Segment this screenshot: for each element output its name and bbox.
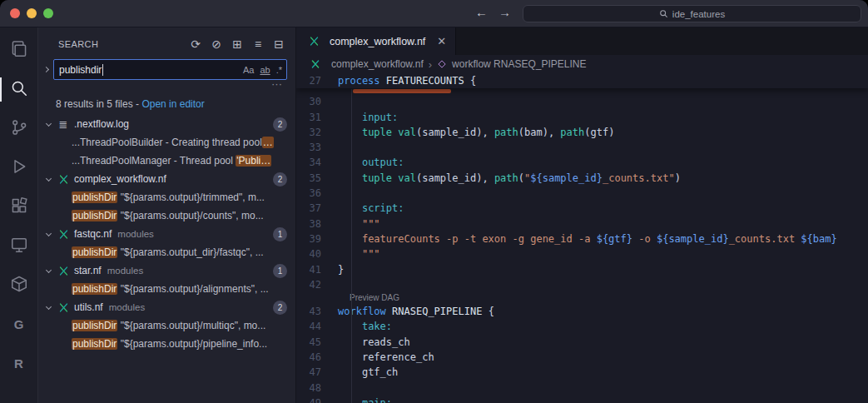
chevron-down-icon[interactable] <box>46 266 52 272</box>
line-number[interactable]: 37 <box>296 201 333 216</box>
line-number[interactable]: 43 <box>296 304 333 319</box>
token: (bam), <box>518 127 561 138</box>
file-row[interactable]: fastqc.nfmodules1 <box>38 225 295 243</box>
zoom-window-button[interactable] <box>43 8 53 18</box>
line-number[interactable]: 48 <box>296 381 333 396</box>
activity-bar-item-run-debug[interactable] <box>0 148 37 187</box>
line-number[interactable]: 40 <box>296 246 333 261</box>
chevron-down-icon[interactable] <box>46 230 52 236</box>
search-match-row[interactable]: ...ThreadPoolManager - Thread pool 'Publ… <box>38 152 295 170</box>
activity-bar-item-explorer[interactable] <box>0 31 37 70</box>
open-new-search-editor-button[interactable]: ⊞ <box>231 37 244 51</box>
toggle-search-details-button[interactable]: ··· <box>271 80 282 91</box>
token: ${sample_id} <box>657 233 729 245</box>
search-match-row[interactable]: publishDir "${params.output}/alignments"… <box>38 280 295 298</box>
line-number[interactable]: 44 <box>296 319 333 334</box>
clear-search-results-button[interactable]: ⊘ <box>210 37 223 51</box>
open-in-editor-link[interactable]: Open in editor <box>141 98 204 110</box>
file-row[interactable]: utils.nfmodules2 <box>38 298 295 316</box>
line-number[interactable]: 39 <box>296 231 333 246</box>
code-line[interactable]: 38 """ <box>296 216 868 231</box>
activity-bar-item-remote-explorer[interactable] <box>0 226 37 266</box>
code-line[interactable]: 30 <box>296 94 868 109</box>
search-match-row[interactable]: publishDir "${params.output}/pipeline_in… <box>38 335 295 353</box>
code-line[interactable]: 46 reference_ch <box>296 350 868 365</box>
line-number[interactable]: 33 <box>296 140 333 155</box>
codelens-preview-dag[interactable]: Preview DAG <box>296 292 868 304</box>
line-number[interactable]: 46 <box>296 350 333 365</box>
code-line[interactable]: 45 reads_ch <box>296 335 868 350</box>
match-whole-word-toggle[interactable]: ab <box>260 65 270 75</box>
sticky-scroll-line[interactable]: 27process FEATURECOUNTS { <box>296 73 868 88</box>
code-line[interactable]: 42 <box>296 277 868 292</box>
line-number[interactable]: 42 <box>296 277 333 292</box>
code-line[interactable]: 37 script: <box>296 201 868 216</box>
code-line[interactable]: 41} <box>296 262 868 277</box>
search-input[interactable]: publishdir Aaab.* <box>53 59 287 80</box>
code-line[interactable]: 27process FEATURECOUNTS { <box>296 73 868 88</box>
search-match-row[interactable]: publishDir "${params.output}/trimmed", m… <box>38 188 295 206</box>
file-row[interactable]: ≣.nextflow.log2 <box>38 115 295 133</box>
close-window-button[interactable] <box>10 8 20 18</box>
toggle-replace-chevron-icon[interactable] <box>43 67 49 72</box>
chevron-down-icon[interactable] <box>46 175 52 181</box>
back-icon[interactable]: ← <box>475 5 488 19</box>
search-match-row[interactable]: ...ThreadPoolBuilder - Creating thread p… <box>38 133 295 152</box>
line-number[interactable]: 49 <box>296 396 333 403</box>
line-number[interactable]: 47 <box>296 365 333 380</box>
editor-area: complex_workflow.nf ✕ complex_workflow.n… <box>296 27 868 403</box>
code-line[interactable]: 36 <box>296 186 868 201</box>
refresh-button[interactable]: ⟳ <box>189 37 202 51</box>
command-center-search[interactable]: ide_features <box>523 5 861 22</box>
line-number[interactable]: 31 <box>296 110 333 125</box>
code-editor[interactable]: 27process FEATURECOUNTS { 3031 input:32 … <box>296 73 868 403</box>
code-line[interactable]: 47 gtf_ch <box>296 365 868 380</box>
indent-guide <box>351 89 352 403</box>
match-case-toggle[interactable]: Aa <box>243 65 254 75</box>
line-number[interactable]: 36 <box>296 186 333 201</box>
line-number[interactable]: 41 <box>296 262 333 277</box>
chevron-down-icon[interactable] <box>46 120 52 126</box>
code-line[interactable]: 48 <box>296 381 868 396</box>
code-line[interactable]: 34 output: <box>296 155 868 170</box>
code-line[interactable]: 49 main: <box>296 396 868 403</box>
line-number[interactable]: 45 <box>296 335 333 350</box>
activity-bar-item-extensions[interactable] <box>0 187 37 226</box>
breadcrumb-symbol[interactable]: workflow RNASEQ_PIPELINE <box>452 58 586 70</box>
search-match-row[interactable]: publishDir "${params.output}/multiqc", m… <box>38 316 295 335</box>
view-as-list-button[interactable]: ≡ <box>251 37 265 51</box>
line-number[interactable]: 30 <box>296 94 333 109</box>
code-line[interactable]: 40 """ <box>296 246 868 261</box>
code-line[interactable]: 32 tuple val(sample_id), path(bam), path… <box>296 125 868 140</box>
collapse-all-button[interactable]: ⊟ <box>272 37 285 51</box>
forward-icon[interactable]: → <box>498 5 511 19</box>
close-tab-icon[interactable]: ✕ <box>437 35 446 47</box>
file-row[interactable]: star.nfmodules1 <box>38 261 295 280</box>
tab-complex-workflow[interactable]: complex_workflow.nf ✕ <box>296 27 456 55</box>
file-row[interactable]: complex_workflow.nf2 <box>38 170 295 188</box>
minimize-window-button[interactable] <box>27 8 37 18</box>
activity-bar-item-containers[interactable] <box>0 266 37 305</box>
activity-bar-item-r-language[interactable]: R <box>0 344 37 383</box>
chevron-down-icon[interactable] <box>46 303 52 309</box>
line-number[interactable]: 34 <box>296 155 333 170</box>
code-line[interactable]: 39 featureCounts -p -t exon -g gene_id -… <box>296 231 868 246</box>
line-number[interactable]: 35 <box>296 171 333 186</box>
search-match-row[interactable]: publishDir "${params.output_dir}/fastqc"… <box>38 243 295 261</box>
breadcrumb-file[interactable]: complex_workflow.nf <box>331 58 424 70</box>
code-line[interactable]: 33 <box>296 140 868 155</box>
activity-bar-item-source-control[interactable] <box>0 109 37 148</box>
code-text: script: <box>333 201 404 216</box>
line-number[interactable]: 38 <box>296 216 333 231</box>
use-regex-toggle[interactable]: .* <box>276 65 282 75</box>
code-text: gtf_ch <box>333 365 398 380</box>
code-line[interactable]: 43workflow RNASEQ_PIPELINE { <box>296 304 868 319</box>
code-line[interactable]: 35 tuple val(sample_id), path("${sample_… <box>296 171 868 186</box>
search-match-row[interactable]: publishDir "${params.output}/counts", mo… <box>38 206 295 225</box>
code-line[interactable]: 44 take: <box>296 319 868 334</box>
code-line[interactable]: 31 input: <box>296 110 868 125</box>
line-number[interactable]: 27 <box>296 73 333 88</box>
activity-bar-item-search[interactable] <box>0 70 37 109</box>
line-number[interactable]: 32 <box>296 125 333 140</box>
activity-bar-item-gitlens[interactable]: G <box>0 305 37 344</box>
